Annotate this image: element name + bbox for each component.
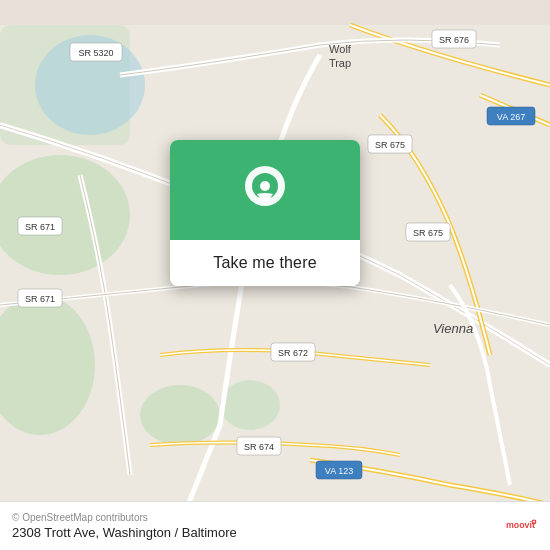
svg-text:moovit: moovit — [506, 520, 535, 530]
svg-text:VA 123: VA 123 — [325, 466, 353, 476]
moovit-logo: moovit — [506, 510, 538, 542]
svg-text:Trap: Trap — [329, 57, 351, 69]
svg-text:SR 676: SR 676 — [439, 35, 469, 45]
location-pin — [243, 168, 287, 212]
card-map-preview — [170, 140, 360, 240]
svg-point-32 — [260, 181, 270, 191]
svg-text:SR 675: SR 675 — [413, 228, 443, 238]
svg-text:SR 675: SR 675 — [375, 140, 405, 150]
svg-text:VA 267: VA 267 — [497, 112, 525, 122]
svg-text:SR 671: SR 671 — [25, 222, 55, 232]
svg-point-3 — [140, 385, 220, 445]
svg-text:Wolf: Wolf — [329, 43, 352, 55]
address-text: 2308 Trott Ave, Washington / Baltimore — [12, 525, 237, 540]
svg-text:SR 671: SR 671 — [25, 294, 55, 304]
svg-text:Vienna: Vienna — [433, 321, 473, 336]
location-card: Take me there — [170, 140, 360, 286]
bottom-left-info: © OpenStreetMap contributors 2308 Trott … — [12, 512, 237, 540]
svg-text:SR 5320: SR 5320 — [78, 48, 113, 58]
svg-text:SR 674: SR 674 — [244, 442, 274, 452]
svg-text:SR 672: SR 672 — [278, 348, 308, 358]
svg-point-4 — [220, 380, 280, 430]
bottom-bar: © OpenStreetMap contributors 2308 Trott … — [0, 501, 550, 550]
moovit-icon: moovit — [506, 510, 538, 542]
take-me-there-button[interactable]: Take me there — [170, 240, 360, 286]
map-container: SR 5320 SR 676 VA 267 SR 675 SR 675 SR 6… — [0, 0, 550, 550]
copyright-text: © OpenStreetMap contributors — [12, 512, 237, 523]
